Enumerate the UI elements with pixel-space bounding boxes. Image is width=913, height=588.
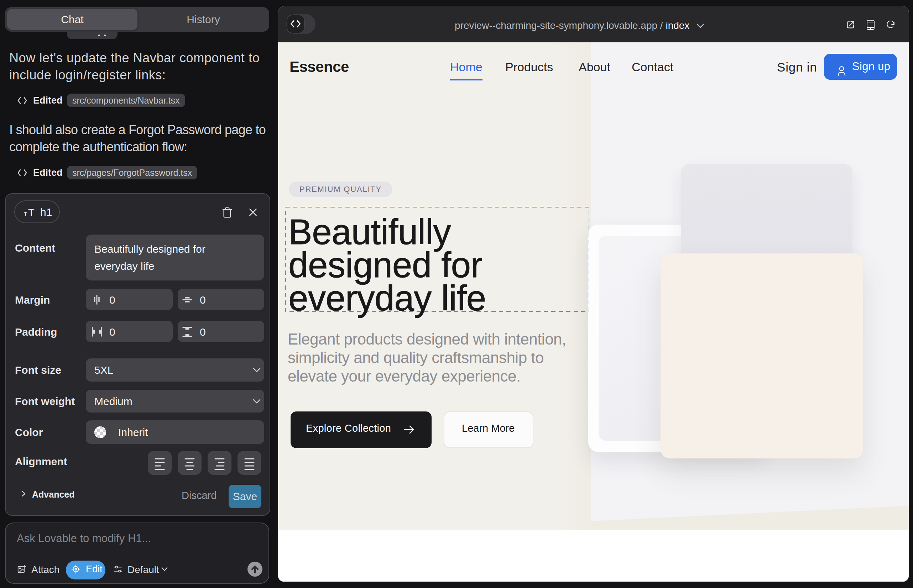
svg-text:T: T [28, 207, 34, 218]
svg-text:т: т [24, 209, 28, 218]
